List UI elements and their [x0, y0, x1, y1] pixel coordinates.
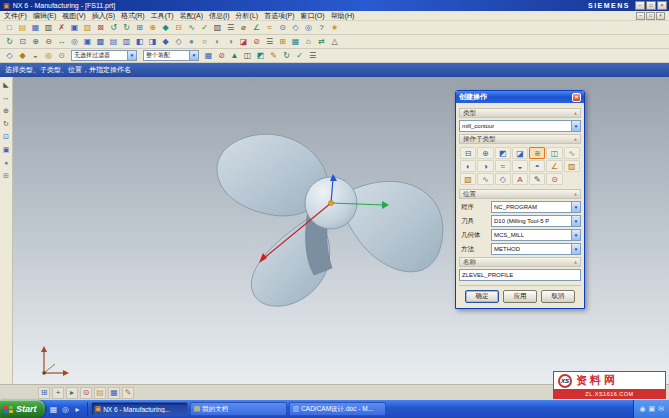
- close-button[interactable]: ×: [657, 1, 667, 10]
- menu-item[interactable]: 首选项(P): [264, 11, 294, 21]
- menu-item[interactable]: 信息(I): [209, 11, 230, 21]
- minimize-button[interactable]: –: [635, 1, 645, 10]
- left-view-icon[interactable]: ◧: [133, 36, 146, 48]
- selection-scope-combo[interactable]: 整个装配 ▼: [143, 50, 199, 61]
- select-arrow-icon[interactable]: ◣: [1, 79, 12, 90]
- paste-icon[interactable]: ▨: [81, 22, 94, 34]
- tray-icon-volume[interactable]: ◉: [639, 405, 645, 413]
- menu-item[interactable]: 格式(R): [121, 11, 145, 21]
- chevron-down-icon[interactable]: ▼: [189, 51, 198, 60]
- menu-item[interactable]: 装配(A): [180, 11, 203, 21]
- menu-item[interactable]: 视图(V): [62, 11, 85, 21]
- move-icon[interactable]: +: [52, 387, 64, 399]
- start-button[interactable]: Start: [0, 400, 45, 418]
- show-icon[interactable]: ◩: [254, 50, 267, 62]
- create-program-icon[interactable]: ⊞: [133, 22, 146, 34]
- apply-button[interactable]: 应用: [503, 290, 537, 303]
- shop-doc-icon[interactable]: ☰: [224, 22, 237, 34]
- streamline-icon[interactable]: ≈: [495, 160, 511, 172]
- undo-icon[interactable]: ↺: [107, 22, 120, 34]
- selection-filter-combo[interactable]: 无选择过滤器 ▼: [71, 50, 137, 61]
- menu-item[interactable]: 分析(L): [236, 11, 259, 21]
- save-icon[interactable]: ▦: [29, 22, 42, 34]
- snapshot-icon[interactable]: ▦: [289, 36, 302, 48]
- tray-icon-message[interactable]: ✉: [658, 405, 664, 413]
- type-combo[interactable]: mill_contour ▼: [459, 120, 581, 132]
- location-combo[interactable]: NC_PROGRAM ▼: [491, 201, 581, 213]
- fit-tool-icon[interactable]: ⊡: [1, 131, 12, 142]
- play-icon[interactable]: ▸: [66, 387, 78, 399]
- wireframe-icon[interactable]: ○: [198, 36, 211, 48]
- new-icon[interactable]: □: [3, 22, 16, 34]
- zoom-tool-icon[interactable]: ⊕: [1, 105, 12, 116]
- task-word-doc[interactable]: ▥ CAD/CAM设计.doc - M...: [289, 402, 386, 416]
- subtype-section-header[interactable]: 操作子类型 ∧: [459, 134, 581, 144]
- front-view-icon[interactable]: ▣: [81, 36, 94, 48]
- target-icon[interactable]: ⊙: [80, 387, 92, 399]
- delete-icon[interactable]: ⊠: [94, 22, 107, 34]
- location-section-header[interactable]: 位置 ∧: [459, 189, 581, 199]
- mill-control-icon[interactable]: ⊙: [546, 173, 562, 185]
- view-list-icon[interactable]: ▣: [1, 144, 12, 155]
- list-view-icon[interactable]: ☰: [306, 50, 319, 62]
- refresh-icon[interactable]: ↻: [3, 36, 16, 48]
- help-icon[interactable]: ?: [315, 22, 328, 34]
- fit-view-icon[interactable]: ⊡: [16, 36, 29, 48]
- rotate-view-icon[interactable]: ◎: [68, 36, 81, 48]
- top-view-icon[interactable]: ▤: [107, 36, 120, 48]
- chevron-down-icon[interactable]: ▼: [571, 230, 580, 240]
- point-icon[interactable]: ⊙: [276, 22, 289, 34]
- deselect-all-icon[interactable]: ⊘: [215, 50, 228, 62]
- flowcut-ref-tool-icon[interactable]: ▧: [460, 173, 476, 185]
- tray-icon-safety[interactable]: ▣: [649, 405, 656, 413]
- cut-icon[interactable]: ✗: [55, 22, 68, 34]
- flowcut-smooth-icon[interactable]: ∿: [477, 173, 493, 185]
- dialog-title-bar[interactable]: 创建操作 ×: [456, 91, 584, 103]
- zlevel-profile-icon[interactable]: ≋: [529, 147, 545, 159]
- corner-rough-icon[interactable]: ◩: [495, 147, 511, 159]
- generate-toolpath-icon[interactable]: ∿: [185, 22, 198, 34]
- menu-item[interactable]: 帮助(H): [331, 11, 355, 21]
- shaded-tool-icon[interactable]: ●: [1, 157, 12, 168]
- type-section-header[interactable]: 类型 ∧: [459, 108, 581, 118]
- child-minimize-button[interactable]: –: [636, 12, 645, 20]
- maximize-button[interactable]: □: [646, 1, 656, 10]
- post-process-icon[interactable]: ▧: [211, 22, 224, 34]
- pan-icon[interactable]: ↔: [55, 36, 68, 48]
- menu-item[interactable]: 文件(F): [4, 11, 27, 21]
- snap-toggle-icon[interactable]: ⊞: [38, 387, 50, 399]
- contour-surface-area-icon[interactable]: ◑: [477, 160, 493, 172]
- edges-icon[interactable]: ◑: [224, 36, 237, 48]
- pan-tool-icon[interactable]: ↔: [1, 92, 12, 103]
- close-icon[interactable]: ×: [572, 93, 581, 102]
- menu-item[interactable]: 窗口(O): [301, 11, 325, 21]
- window-icon[interactable]: ⌂: [302, 36, 315, 48]
- location-combo[interactable]: D10 (Milling Tool-5 P ▼: [491, 215, 581, 227]
- redo-icon[interactable]: ↻: [120, 22, 133, 34]
- flowcut-multiple-icon[interactable]: ▨: [564, 160, 580, 172]
- zoom-out-icon[interactable]: ⊖: [42, 36, 55, 48]
- chevron-down-icon[interactable]: ▼: [127, 51, 136, 60]
- sheet-icon[interactable]: ▤: [94, 387, 106, 399]
- contour-area-non-steep-icon[interactable]: ◒: [512, 160, 528, 172]
- snap-endpoint-icon[interactable]: ◆: [16, 50, 29, 62]
- task-my-documents[interactable]: ▤ 我的文档: [190, 402, 287, 416]
- sync-views-icon[interactable]: ⇄: [315, 36, 328, 48]
- isometric-view-icon[interactable]: ◆: [159, 36, 172, 48]
- rest-milling-icon[interactable]: ◪: [512, 147, 528, 159]
- operation-name-input[interactable]: ZLEVEL_PROFILE: [459, 269, 581, 281]
- back-view-icon[interactable]: ▩: [94, 36, 107, 48]
- clip-icon[interactable]: ⊘: [250, 36, 263, 48]
- trimetric-view-icon[interactable]: ◇: [172, 36, 185, 48]
- print-icon[interactable]: ▥: [42, 22, 55, 34]
- copy-icon[interactable]: ▣: [68, 22, 81, 34]
- rotate-tool-icon[interactable]: ↻: [1, 118, 12, 129]
- mill-user-icon[interactable]: ✎: [529, 173, 545, 185]
- palette-icon[interactable]: ▦: [108, 387, 120, 399]
- contour-area-icon[interactable]: ◐: [460, 160, 476, 172]
- flowcut-single-icon[interactable]: ∠: [546, 160, 562, 172]
- highlight-icon[interactable]: ▲: [228, 50, 241, 62]
- chevron-down-icon[interactable]: ▼: [571, 216, 580, 226]
- hide-icon[interactable]: ◫: [241, 50, 254, 62]
- layer-settings-icon[interactable]: ☰: [263, 36, 276, 48]
